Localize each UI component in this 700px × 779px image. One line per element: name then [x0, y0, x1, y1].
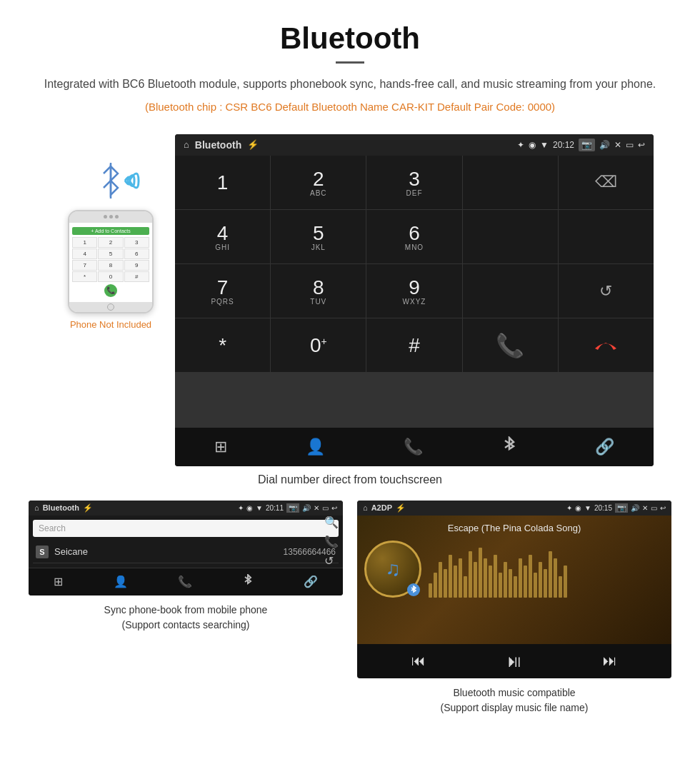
waveform-bar	[479, 548, 482, 598]
mu-win: ▭	[651, 504, 657, 512]
dial-key-5[interactable]: 5 JKL	[271, 210, 366, 263]
mu-close: ✕	[642, 504, 648, 512]
key-main: *	[219, 334, 226, 357]
main-caption: Dial number direct from touchscreen	[0, 473, 700, 486]
dial-empty-4	[463, 264, 558, 318]
music-status-right: ✦ ◉ ▼ 20:15 📷 🔊 ✕ ▭ ↩	[566, 503, 666, 513]
call-icon: 📞	[496, 332, 524, 359]
phone-home-button[interactable]	[69, 302, 152, 312]
dial-key-8[interactable]: 8 TUV	[271, 264, 366, 318]
search-sidebar-icon[interactable]: 🔍	[324, 516, 339, 529]
phone-screen: + Add to Contacts 1 2 3 4 5 6 7 8 9 * 0 …	[69, 223, 152, 302]
page-header: Bluetooth Integrated with BC6 Bluetooth …	[0, 0, 700, 134]
key-sub: PQRS	[211, 298, 234, 306]
waveform-bar	[504, 562, 507, 598]
mu-home-icon: ⌂	[363, 503, 368, 512]
dial-refresh[interactable]: ↺	[559, 264, 654, 318]
pb-phone-icon[interactable]: 📞	[178, 575, 192, 588]
waveform-bar	[554, 558, 557, 598]
link-icon[interactable]: 🔗	[595, 438, 614, 456]
car-status-bar: ⌂ Bluetooth ⚡ ✦ ◉ ▼ 20:12 📷 🔊 ✕ ▭ ↩	[175, 134, 654, 156]
person-icon[interactable]: 👤	[306, 438, 325, 456]
bluetooth-icon[interactable]	[502, 436, 516, 458]
play-pause-button[interactable]: ⏯	[506, 651, 523, 671]
bottom-screenshots: ⌂ Bluetooth ⚡ ✦ ◉ ▼ 20:11 📷 🔊 ✕ ▭ ↩	[0, 501, 700, 715]
pb-close: ✕	[314, 504, 319, 512]
home-icon: ⌂	[184, 139, 189, 150]
refresh-sidebar-icon[interactable]: ↺	[324, 554, 339, 568]
key-main: 5	[313, 222, 324, 245]
mu-label: A2DP	[371, 503, 392, 512]
waveform-bar	[444, 569, 447, 598]
mu-back: ↩	[660, 504, 666, 512]
main-content-area: + Add to Contacts 1 2 3 4 5 6 7 8 9 * 0 …	[0, 134, 700, 466]
phonebook-body: Search S Seicane 13566664466 🔍 📞 ↺	[29, 516, 343, 568]
key-main: 9	[409, 276, 420, 299]
usb-icon: ⚡	[247, 139, 259, 150]
phone-key-hash: #	[124, 271, 149, 282]
contact-name: Seicane	[54, 546, 278, 557]
waveform-bar	[469, 551, 472, 598]
window-icon: ▭	[626, 140, 634, 150]
back-icon: ↩	[638, 140, 645, 150]
dial-key-7[interactable]: 7 PQRS	[175, 264, 270, 318]
phonebook-mini-screen: ⌂ Bluetooth ⚡ ✦ ◉ ▼ 20:11 📷 🔊 ✕ ▭ ↩	[29, 501, 343, 595]
music-mini-screen: ⌂ A2DP ⚡ ✦ ◉ ▼ 20:15 📷 🔊 ✕ ▭ ↩	[357, 501, 671, 678]
dial-key-6[interactable]: 6 MNO	[366, 210, 461, 263]
phonebook-sidebar: 🔍 📞 ↺	[324, 516, 339, 568]
grid-icon[interactable]: ⊞	[214, 438, 227, 456]
key-main: 4	[217, 222, 229, 245]
pb-grid-icon[interactable]: ⊞	[54, 575, 63, 588]
dial-key-4[interactable]: 4 GHI	[175, 210, 270, 263]
phonebook-search-field[interactable]: Search	[33, 520, 339, 537]
bluetooth-signal-icon	[79, 156, 143, 206]
dial-key-hash[interactable]: #	[366, 318, 461, 372]
mu-cam: 📷	[615, 503, 628, 513]
prev-track-button[interactable]: ⏮	[411, 653, 426, 669]
mu-bt: ✦	[566, 504, 572, 512]
hangup-icon	[592, 337, 619, 354]
pb-win: ▭	[322, 504, 329, 512]
dial-call-button[interactable]: 📞	[463, 318, 558, 372]
waveform-bar	[549, 551, 552, 598]
waveform-bar	[564, 566, 567, 598]
song-title: Escape (The Pina Colada Song)	[364, 523, 664, 533]
status-left: ⌂ Bluetooth ⚡	[184, 139, 259, 151]
pb-vol: 🔊	[302, 504, 311, 512]
music-status-left: ⌂ A2DP ⚡	[363, 503, 406, 513]
phone-call-button[interactable]: 📞	[104, 284, 117, 297]
svg-marker-0	[111, 166, 118, 181]
dial-empty-2	[463, 210, 558, 263]
dial-key-9[interactable]: 9 WXYZ	[366, 264, 461, 318]
pb-link-icon[interactable]: 🔗	[304, 575, 318, 588]
bluetooth-signal-wrapper	[79, 156, 143, 206]
dial-key-3[interactable]: 3 DEF	[366, 156, 461, 209]
waveform-bar	[544, 569, 547, 598]
music-waveform	[429, 541, 664, 598]
waveform-bar	[454, 566, 457, 598]
phone-key-9: 9	[124, 260, 149, 271]
dial-key-1[interactable]: 1	[175, 156, 270, 209]
dial-key-star[interactable]: *	[175, 318, 270, 372]
dial-key-0[interactable]: 0+	[271, 318, 366, 372]
waveform-bar	[529, 555, 532, 598]
phone-illustration: + Add to Contacts 1 2 3 4 5 6 7 8 9 * 0 …	[46, 134, 175, 330]
pb-bluetooth-icon[interactable]	[243, 574, 253, 590]
page-description: Integrated with BC6 Bluetooth module, su…	[29, 75, 671, 94]
pb-loc-icon: ◉	[246, 504, 253, 512]
wifi-icon: ▼	[540, 140, 549, 150]
phone-sidebar-icon[interactable]: 📞	[324, 535, 339, 548]
music-content-area: Escape (The Pina Colada Song) ♫	[357, 516, 671, 644]
phone-icon[interactable]: 📞	[404, 438, 423, 456]
key-main: 7	[217, 276, 229, 299]
phone-top-bar	[69, 211, 152, 223]
dial-key-2[interactable]: 2 ABC	[271, 156, 366, 209]
next-track-button[interactable]: ⏭	[603, 653, 617, 669]
dial-backspace[interactable]: ⌫	[559, 156, 654, 209]
contact-letter-badge: S	[36, 546, 49, 558]
dial-hangup-button[interactable]	[559, 318, 654, 372]
bluetooth-badge	[407, 583, 420, 596]
key-sub: JKL	[311, 243, 326, 251]
pb-person-icon[interactable]: 👤	[114, 575, 128, 588]
svg-line-1	[104, 166, 111, 174]
